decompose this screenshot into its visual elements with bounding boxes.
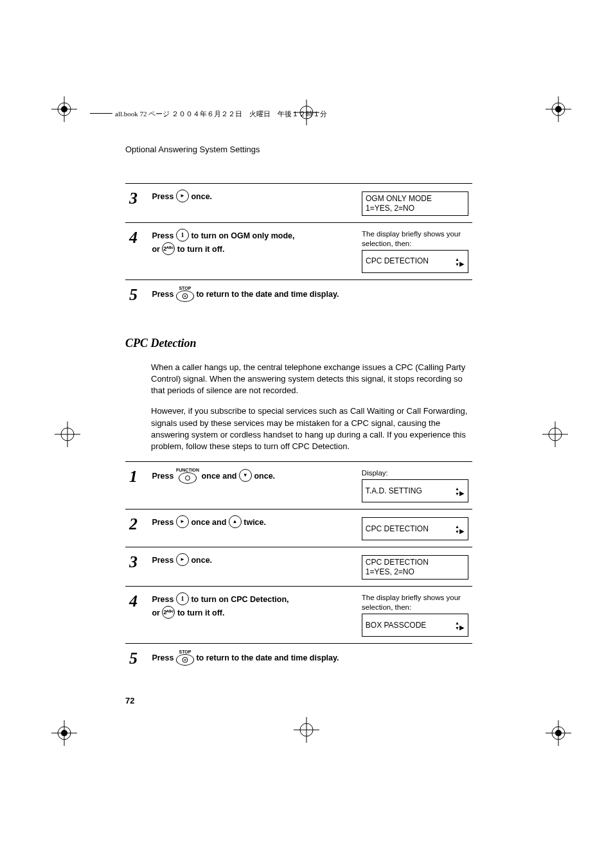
reg-mark-icon [542, 421, 568, 447]
steps-cpc: 1 Press FUNCTION once and once. Display:… [125, 461, 472, 673]
body-paragraph: However, if you subscribe to special ser… [151, 405, 472, 452]
keypad-2-icon: 2ᴬᴮᶜ [162, 606, 175, 619]
running-head: Optional Answering System Settings [125, 145, 472, 154]
lcd-display: T.A.D. SETTING ▲▼▶ [362, 479, 468, 502]
step-number: 3 [125, 184, 148, 223]
nav-arrows-icon: ▲▼▶ [455, 620, 465, 630]
step-text: Press once and twice. [148, 509, 357, 547]
lcd-display: CPC DETECTION ▲▼▶ [362, 517, 468, 540]
reg-mark-icon [294, 717, 319, 743]
step-number: 5 [125, 644, 148, 674]
right-arrow-key-icon [176, 553, 189, 566]
display-note: The display briefly shows your selection… [362, 593, 468, 612]
step-number: 4 [125, 587, 148, 644]
steps-ogm: 3 Press once. OGM ONLY MODE 1=YES, 2=NO … [125, 183, 472, 310]
step-number: 1 [125, 462, 148, 509]
step-text: Press FUNCTION once and once. [148, 462, 357, 509]
step-number: 5 [125, 279, 148, 310]
body-paragraph: When a caller hangs up, the central tele… [151, 362, 472, 397]
function-key-icon: FUNCTION [176, 468, 199, 484]
nav-arrows-icon: ▲▼▶ [455, 256, 465, 267]
step-text: Press STOP to return to the date and tim… [148, 279, 472, 310]
stop-key-icon: STOP [176, 650, 194, 666]
reg-mark-icon [546, 720, 571, 746]
step-text: Press 1 to turn on OGM only mode, or 2ᴬᴮ… [148, 223, 358, 280]
step-number: 2 [125, 509, 148, 547]
page-header: all.book 72 ページ ２００４年６月２２日 火曜日 午後１２時１分 [90, 109, 533, 118]
reg-mark-icon [546, 96, 571, 122]
step-text: Press STOP to return to the date and tim… [148, 644, 472, 674]
keypad-1-icon: 1 [176, 229, 189, 242]
keypad-2-icon: 2ᴬᴮᶜ [162, 242, 175, 255]
nav-arrows-icon: ▲▼▶ [455, 486, 465, 496]
up-arrow-key-icon [229, 515, 242, 528]
display-note: The display briefly shows your selection… [362, 229, 468, 249]
lcd-display: BOX PASSCODE ▲▼▶ [362, 614, 468, 637]
page-number: 72 [125, 696, 134, 705]
step-text: Press once. [148, 547, 357, 587]
section-title: CPC Detection [125, 337, 472, 350]
step-text: Press 1 to turn on CPC Detection, or 2ᴬᴮ… [148, 587, 357, 644]
step-number: 3 [125, 547, 148, 587]
reg-mark-icon [51, 720, 77, 746]
nav-arrows-icon: ▲▼▶ [455, 524, 465, 534]
display-label: Display: [362, 468, 468, 478]
lcd-display: OGM ONLY MODE 1=YES, 2=NO [362, 191, 468, 216]
keypad-1-icon: 1 [176, 592, 189, 605]
step-number: 4 [125, 223, 148, 280]
lcd-display: CPC DETECTION ▲▼▶ [362, 250, 468, 273]
right-arrow-key-icon [176, 515, 189, 528]
header-text: all.book 72 ページ ２００４年６月２２日 火曜日 午後１２時１分 [115, 109, 327, 119]
step-text: Press once. [148, 184, 358, 223]
down-arrow-key-icon [239, 469, 252, 482]
stop-key-icon: STOP [176, 286, 194, 303]
reg-mark-icon [51, 96, 77, 122]
reg-mark-icon [55, 421, 80, 447]
lcd-display: CPC DETECTION 1=YES, 2=NO [362, 555, 468, 580]
right-arrow-key-icon [176, 190, 189, 202]
